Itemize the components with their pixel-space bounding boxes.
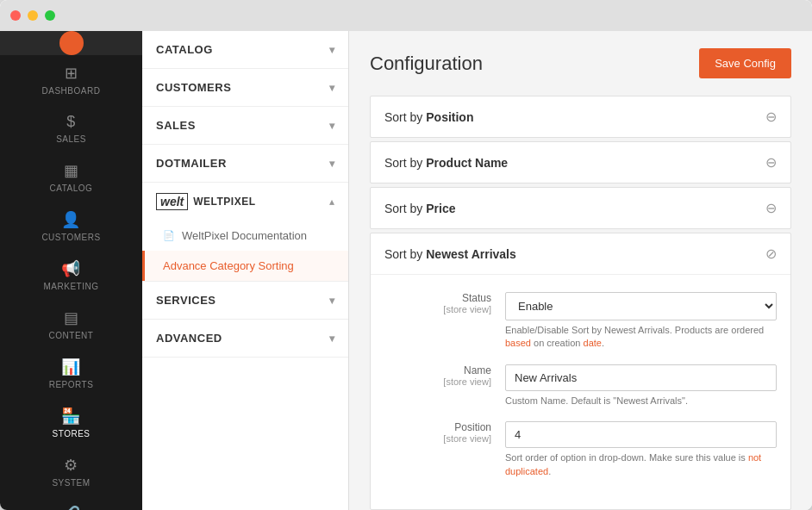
form-row-status: Status [store view] Enable Disable	[384, 292, 777, 351]
chevron-circle-icon: ⊖	[765, 109, 777, 125]
save-config-button[interactable]: Save Config	[699, 48, 791, 78]
sidebar-item-system[interactable]: ⚙ System	[0, 447, 142, 496]
config-content: Sort by Position ⊖ Sort by Product Name	[349, 96, 812, 510]
name-input[interactable]	[505, 364, 777, 391]
nav-section-services-header[interactable]: SERVICES ▾	[142, 282, 348, 319]
nav-sub-item-acs-label: Advance Category Sorting	[163, 259, 294, 272]
sort-label-price: Sort by Price	[384, 202, 456, 215]
status-select[interactable]: Enable Disable	[505, 292, 777, 320]
logo-icon	[59, 31, 84, 55]
sidebar-item-customers[interactable]: 👤 Customers	[0, 202, 142, 251]
catalog-icon: ▦	[64, 161, 79, 180]
reports-icon: 📊	[61, 358, 81, 376]
nav-section-dotmailer-label: DOTMAILER	[156, 157, 227, 170]
nav-section-sales-header[interactable]: SALES ▾	[142, 107, 348, 144]
position-sub-label: [store view]	[384, 433, 491, 444]
sidebar-item-label: Content	[49, 331, 94, 340]
sidebar-item-find[interactable]: 🔗 Find Partners & Extensions	[0, 496, 142, 510]
position-input[interactable]	[505, 421, 777, 448]
name-hint: Custom Name. Default is "Newest Arrivals…	[505, 395, 777, 407]
nav-section-advanced: ADVANCED ▾	[142, 320, 348, 358]
form-row-position: Position [store view] Sort order of opti…	[384, 421, 777, 478]
stores-icon: 🏪	[61, 407, 81, 426]
content-icon: ▤	[64, 308, 79, 327]
name-label: Name	[384, 364, 491, 376]
weltpixel-header[interactable]: welt WELTPIXEL ▴	[142, 183, 348, 221]
nav-section-catalog: CATALOG ▾	[142, 31, 348, 69]
sort-item-price: Sort by Price ⊖	[370, 187, 791, 229]
form-control-col-status: Enable Disable Enable/Disable Sort by Ne…	[505, 292, 777, 351]
page-title: Configuration	[370, 53, 483, 75]
chevron-down-icon: ▾	[329, 333, 335, 345]
sidebar-item-label: Customers	[41, 233, 100, 242]
nav-section-advanced-header[interactable]: ADVANCED ▾	[142, 320, 348, 357]
close-btn[interactable]	[10, 10, 21, 21]
nav-section-sales-label: SALES	[156, 119, 196, 132]
status-sub-label: [store view]	[384, 304, 491, 314]
form-select-wrap-status: Enable Disable	[505, 292, 777, 320]
sort-item-newest-arrivals-header[interactable]: Sort by Newest Arrivals ⊘	[371, 233, 790, 274]
sidebar-item-label: Catalog	[50, 183, 93, 193]
sort-item-product-name-header[interactable]: Sort by Product Name ⊖	[371, 142, 790, 183]
marketing-icon: 📢	[61, 259, 81, 278]
sidebar-item-marketing[interactable]: 📢 Marketing	[0, 251, 142, 300]
sidebar-item-label: Reports	[49, 380, 94, 389]
nav-section-catalog-label: CATALOG	[156, 43, 213, 56]
sidebar: ⊞ Dashboard $ Sales ▦ Catalog 👤 Customer…	[0, 31, 142, 510]
main-content: CATALOG ▾ CUSTOMERS ▾ SALE	[142, 31, 812, 510]
right-content: Configuration Save Config Sort by Positi…	[349, 31, 812, 510]
nav-section-customers-label: CUSTOMERS	[156, 81, 231, 94]
sidebar-item-reports[interactable]: 📊 Reports	[0, 349, 142, 398]
chevron-circle-icon: ⊖	[765, 200, 777, 216]
chevron-down-icon: ▾	[329, 82, 335, 94]
nav-sub-item-docs[interactable]: 📄 WeltPixel Documentation	[142, 221, 348, 251]
docs-icon: 📄	[163, 230, 175, 241]
nav-section-dotmailer-header[interactable]: DOTMAILER ▾	[142, 145, 348, 182]
sidebar-item-label: Stores	[53, 429, 91, 438]
position-label: Position	[384, 421, 491, 433]
nav-section-catalog-header[interactable]: CATALOG ▾	[142, 31, 348, 68]
chevron-down-icon: ▾	[329, 158, 335, 170]
sidebar-item-stores[interactable]: 🏪 Stores	[0, 398, 142, 447]
sidebar-logo	[0, 31, 142, 55]
sort-item-position: Sort by Position ⊖	[370, 96, 791, 138]
sort-item-newest-arrivals: Sort by Newest Arrivals ⊘ Status [store …	[370, 233, 791, 510]
sidebar-item-content[interactable]: ▤ Content	[0, 300, 142, 349]
page-header: Configuration Save Config	[349, 31, 812, 96]
chevron-down-icon: ▾	[329, 295, 335, 307]
chevron-down-icon: ▾	[329, 44, 335, 56]
status-label: Status	[384, 292, 491, 304]
nav-section-customers-header[interactable]: CUSTOMERS ▾	[142, 69, 348, 106]
sort-item-position-header[interactable]: Sort by Position ⊖	[371, 96, 790, 137]
sort-item-price-header[interactable]: Sort by Price ⊖	[371, 188, 790, 228]
form-label-col-name: Name [store view]	[384, 364, 505, 407]
customers-icon: 👤	[61, 210, 81, 229]
form-control-col-position: Sort order of option in drop-down. Make …	[505, 421, 777, 478]
form-row-name: Name [store view] Custom Name. Default i…	[384, 364, 777, 407]
sidebar-item-sales[interactable]: $ Sales	[0, 104, 142, 152]
minimize-btn[interactable]	[28, 10, 38, 21]
sort-label-product-name: Sort by Product Name	[384, 156, 508, 170]
find-icon: 🔗	[61, 505, 81, 510]
sort-item-newest-arrivals-expanded: Status [store view] Enable Disable	[371, 274, 790, 509]
chevron-circle-down-icon: ⊘	[765, 246, 777, 262]
weltpixel-w-icon: welt	[156, 193, 188, 210]
titlebar	[0, 0, 812, 31]
nav-sub-item-acs[interactable]: Advance Category Sorting	[142, 251, 348, 281]
sort-label-position: Sort by Position	[384, 110, 473, 124]
nav-section-customers: CUSTOMERS ▾	[142, 69, 348, 107]
nav-sub-item-docs-label: WeltPixel Documentation	[182, 229, 307, 242]
sidebar-item-catalog[interactable]: ▦ Catalog	[0, 152, 142, 202]
content-area: CATALOG ▾ CUSTOMERS ▾ SALE	[142, 31, 812, 510]
maximize-btn[interactable]	[45, 10, 55, 21]
weltpixel-label: WELTPIXEL	[193, 196, 255, 208]
sidebar-item-label: System	[52, 478, 90, 488]
name-sub-label: [store view]	[384, 376, 491, 387]
sidebar-item-dashboard[interactable]: ⊞ Dashboard	[0, 55, 142, 104]
form-label-col-position: Position [store view]	[384, 421, 505, 478]
nav-section-services: SERVICES ▾	[142, 282, 348, 320]
sort-item-product-name: Sort by Product Name ⊖	[370, 141, 791, 183]
sort-label-newest-arrivals: Sort by Newest Arrivals	[384, 247, 516, 261]
system-icon: ⚙	[64, 456, 78, 475]
nav-section-advanced-label: ADVANCED	[156, 332, 222, 345]
